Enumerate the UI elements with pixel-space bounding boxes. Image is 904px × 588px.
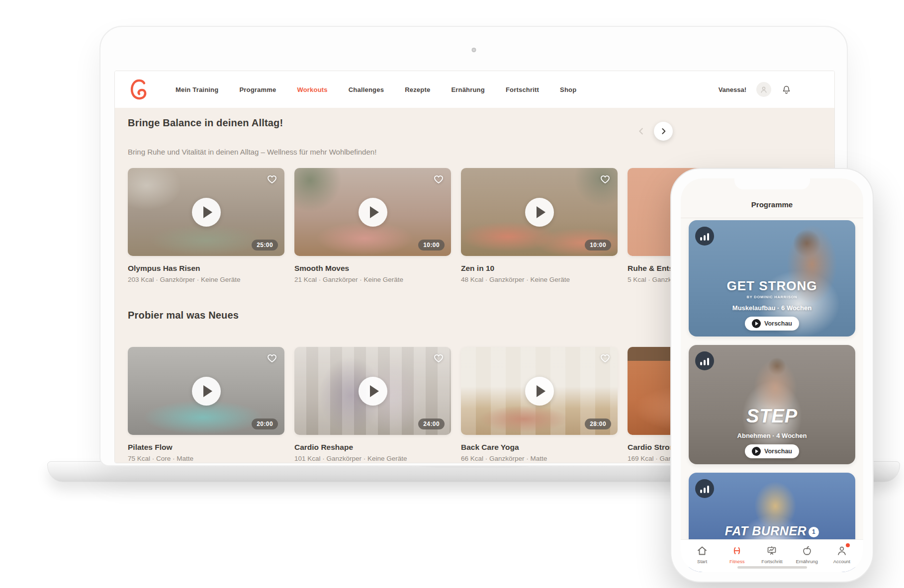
home-icon <box>696 544 708 557</box>
gymondo-logo-icon[interactable] <box>129 78 149 101</box>
workout-title: Olympus Has Risen <box>128 264 284 273</box>
carousel-arrows <box>636 122 673 141</box>
workout-card[interactable]: 10:00 Zen in 10 48 Kcal · Ganzkörper · K… <box>461 168 618 283</box>
workout-meta: 48 Kcal · Ganzkörper · Keine Geräte <box>461 276 618 283</box>
favorite-heart-icon[interactable] <box>599 173 611 185</box>
program-card-step[interactable]: STEP Abnehmen · 4 Wochen Vorschau <box>689 345 855 464</box>
program-card-text: GET STRONG BY DOMINIC HARRISON Muskelauf… <box>689 278 855 331</box>
workout-meta: 101 Kcal · Ganzkörper · Keine Geräte <box>294 455 451 462</box>
nav-item-shop[interactable]: Shop <box>560 86 576 93</box>
vorschau-button[interactable]: Vorschau <box>745 317 799 331</box>
workout-thumbnail[interactable]: 28:00 <box>461 347 618 435</box>
nav-item-programme[interactable]: Programme <box>239 86 276 93</box>
workout-thumbnail[interactable]: 20:00 <box>128 347 284 435</box>
program-subtitle: Muskelaufbau · 6 Wochen <box>689 304 855 312</box>
workout-card[interactable]: 20:00 Pilates Flow 75 Kcal · Core · Matt… <box>128 347 284 462</box>
levels-icon <box>695 227 714 246</box>
nav-item-rezepte[interactable]: Rezepte <box>405 86 430 93</box>
user-cluster: Vanessa! <box>719 82 792 97</box>
vorschau-label: Vorschau <box>764 320 792 327</box>
play-icon[interactable] <box>359 377 387 406</box>
vorschau-label: Vorschau <box>764 448 792 455</box>
tab-ernaehrung[interactable]: Ernährung <box>792 544 822 564</box>
workout-meta: 66 Kcal · Ganzkörper · Matte <box>461 455 618 462</box>
program-card-text: STEP Abnehmen · 4 Wochen Vorschau <box>689 406 855 458</box>
user-greeting[interactable]: Vanessa! <box>719 86 746 93</box>
workout-card[interactable]: 10:00 Smooth Moves 21 Kcal · Ganzkörper … <box>294 168 451 283</box>
favorite-heart-icon[interactable] <box>599 352 611 364</box>
vorschau-button[interactable]: Vorschau <box>745 444 799 458</box>
nav-item-fortschritt[interactable]: Fortschritt <box>506 86 539 93</box>
duration-badge: 28:00 <box>585 419 611 429</box>
tab-label: Fortschritt <box>761 559 782 564</box>
carousel-next-button[interactable] <box>654 122 673 141</box>
program-byline: BY DOMINIC HARRISON <box>689 295 855 299</box>
play-icon[interactable] <box>192 198 221 227</box>
workout-thumbnail[interactable]: 10:00 <box>294 168 451 256</box>
program-subtitle: Abnehmen · 4 Wochen <box>689 432 855 439</box>
workout-card[interactable]: 28:00 Back Care Yoga 66 Kcal · Ganzkörpe… <box>461 347 618 462</box>
notification-dot <box>846 543 850 547</box>
play-icon[interactable] <box>525 377 554 406</box>
tab-label: Ernährung <box>796 559 817 564</box>
program-title: GET STRONG <box>689 278 855 294</box>
home-indicator <box>737 566 807 569</box>
section-heading: Bringe Balance in deinen Alltag! <box>128 117 283 129</box>
carousel-prev-icon[interactable] <box>636 126 647 137</box>
workout-title: Back Care Yoga <box>461 443 618 452</box>
account-icon <box>836 544 848 557</box>
play-icon <box>752 447 761 456</box>
top-navigation: Mein Training Programme Workouts Challen… <box>115 71 834 108</box>
apple-icon <box>801 544 813 557</box>
tab-account[interactable]: Account <box>826 544 857 564</box>
workout-title: Pilates Flow <box>128 443 284 452</box>
phone-mockup: Programme GET STRONG BY DOMINIC HARRISON… <box>670 168 874 583</box>
section-subheading: Bring Ruhe und Vitalität in deinen Allta… <box>128 148 376 156</box>
program-list: GET STRONG BY DOMINIC HARRISON Muskelauf… <box>689 220 855 572</box>
workout-card[interactable]: 25:00 Olympus Has Risen 203 Kcal · Ganzk… <box>128 168 284 283</box>
tab-fortschritt[interactable]: Fortschritt <box>756 544 787 564</box>
workout-meta: 203 Kcal · Ganzkörper · Keine Geräte <box>128 276 284 283</box>
favorite-heart-icon[interactable] <box>433 173 445 185</box>
play-icon[interactable] <box>192 377 221 406</box>
marketing-composite: Mein Training Programme Workouts Challen… <box>0 0 904 588</box>
play-icon <box>752 319 761 328</box>
play-icon[interactable] <box>359 198 387 227</box>
workout-title: Cardio Reshape <box>294 443 451 452</box>
nav-item-mein-training[interactable]: Mein Training <box>176 86 218 93</box>
nav-item-ernaehrung[interactable]: Ernährung <box>451 86 485 93</box>
divider <box>681 218 863 218</box>
tab-label: Account <box>833 559 850 564</box>
levels-icon <box>695 351 714 370</box>
workout-title: Smooth Moves <box>294 264 451 273</box>
workout-thumbnail[interactable]: 24:00 <box>294 347 451 435</box>
program-title: FAT BURNER1 <box>689 524 855 538</box>
nav-item-challenges[interactable]: Challenges <box>349 86 384 93</box>
favorite-heart-icon[interactable] <box>266 173 278 185</box>
workout-title: Zen in 10 <box>461 264 618 273</box>
tab-start[interactable]: Start <box>687 544 718 564</box>
favorite-heart-icon[interactable] <box>266 352 278 364</box>
dumbbell-icon <box>731 544 743 557</box>
workout-thumbnail[interactable]: 10:00 <box>461 168 618 256</box>
laptop-camera-dot <box>471 48 476 52</box>
duration-badge: 24:00 <box>418 419 445 429</box>
phone-notch <box>734 177 810 189</box>
notifications-bell-icon[interactable] <box>781 84 792 95</box>
phone-page-title: Programme <box>681 200 863 209</box>
workout-card[interactable]: 24:00 Cardio Reshape 101 Kcal · Ganzkörp… <box>294 347 451 462</box>
nav-item-workouts[interactable]: Workouts <box>297 86 327 93</box>
workout-thumbnail[interactable]: 25:00 <box>128 168 284 256</box>
program-card-get-strong[interactable]: GET STRONG BY DOMINIC HARRISON Muskelauf… <box>689 220 855 336</box>
progress-chart-icon <box>766 544 778 557</box>
section-heading: Probier mal was Neues <box>128 310 239 321</box>
tab-fitness[interactable]: Fitness <box>722 544 752 564</box>
workout-meta: 75 Kcal · Core · Matte <box>128 455 284 462</box>
play-icon[interactable] <box>525 198 554 227</box>
workout-meta: 21 Kcal · Ganzkörper · Keine Geräte <box>294 276 451 283</box>
phone-screen: Programme GET STRONG BY DOMINIC HARRISON… <box>681 178 863 572</box>
program-title: STEP <box>689 406 855 427</box>
duration-badge: 20:00 <box>252 419 278 429</box>
favorite-heart-icon[interactable] <box>433 352 445 364</box>
avatar[interactable] <box>756 82 771 97</box>
